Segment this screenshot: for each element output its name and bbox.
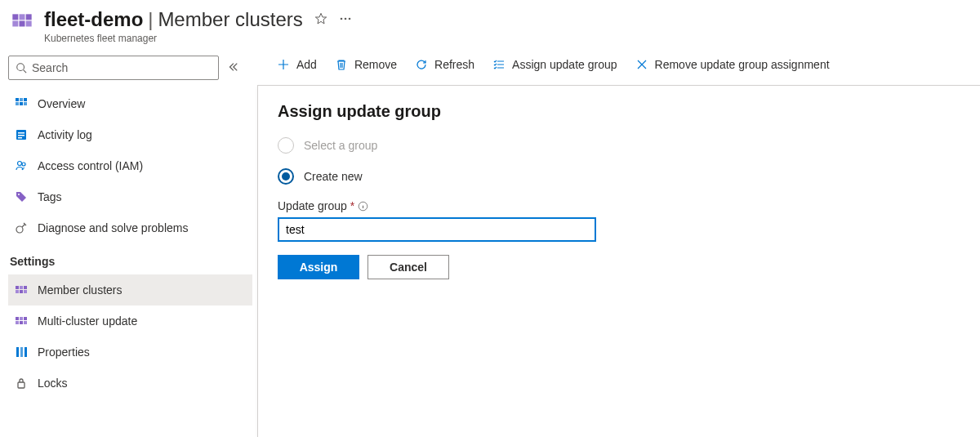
svg-rect-12 (24, 98, 27, 101)
svg-rect-39 (18, 382, 24, 388)
sidebar-item-label: Multi-cluster update (38, 314, 137, 328)
svg-rect-18 (18, 135, 24, 136)
required-asterisk: * (350, 199, 354, 212)
svg-rect-1 (20, 14, 25, 20)
title-separator: | (148, 8, 153, 30)
svg-rect-5 (26, 21, 32, 27)
svg-point-21 (22, 163, 25, 166)
radio-label: Select a group (304, 139, 377, 152)
search-input[interactable] (32, 61, 212, 74)
cancel-button[interactable]: Cancel (368, 255, 449, 279)
svg-rect-34 (20, 321, 23, 324)
info-icon[interactable] (358, 201, 368, 212)
sidebar-item-label: Tags (38, 190, 62, 203)
svg-rect-13 (16, 102, 19, 105)
svg-point-6 (340, 17, 342, 20)
svg-rect-2 (26, 14, 32, 20)
command-bar: Add Remove Refresh Assign update group R… (257, 49, 980, 85)
svg-rect-36 (16, 347, 19, 357)
toolbar-label: Add (296, 58, 317, 71)
sidebar-item-iam[interactable]: Access control (IAM) (8, 150, 252, 181)
assign-update-group-button[interactable]: Assign update group (491, 55, 618, 74)
sidebar-item-member-clusters[interactable]: Member clusters (8, 274, 252, 305)
svg-point-23 (16, 226, 23, 233)
toolbar-label: Refresh (434, 58, 474, 71)
trash-icon (335, 58, 348, 71)
svg-point-20 (18, 162, 22, 166)
svg-rect-37 (20, 347, 23, 357)
svg-point-8 (348, 17, 350, 20)
locks-icon (15, 377, 28, 390)
service-subtitle: Kubernetes fleet manager (44, 33, 352, 44)
svg-rect-27 (16, 290, 19, 293)
sidebar-item-diagnose[interactable]: Diagnose and solve problems (8, 212, 252, 243)
list-check-icon (492, 58, 506, 71)
svg-point-22 (18, 194, 20, 195)
overview-icon (15, 97, 28, 110)
svg-rect-29 (24, 290, 27, 293)
svg-rect-24 (16, 286, 19, 289)
panel-title: Assign update group (278, 102, 960, 121)
member-clusters-icon (15, 283, 28, 297)
properties-icon (15, 346, 28, 359)
sidebar: Overview Activity log Access control (IA… (0, 49, 257, 437)
radio-select-group[interactable]: Select a group (278, 137, 960, 154)
iam-icon (15, 159, 28, 172)
sidebar-item-activity-log[interactable]: Activity log (8, 119, 252, 150)
fleet-resource-icon (10, 11, 34, 36)
tags-icon (15, 190, 28, 203)
svg-rect-35 (24, 321, 27, 324)
favorite-star-icon[interactable] (314, 12, 327, 28)
svg-point-9 (17, 64, 24, 71)
sidebar-item-label: Properties (38, 346, 90, 359)
svg-rect-33 (16, 321, 19, 324)
svg-rect-15 (24, 102, 27, 105)
sidebar-item-overview[interactable]: Overview (8, 88, 252, 119)
svg-rect-17 (18, 132, 24, 134)
svg-rect-0 (12, 14, 18, 20)
sidebar-search[interactable] (8, 56, 219, 80)
update-group-input[interactable] (278, 217, 596, 242)
toolbar-label: Remove (354, 58, 397, 71)
svg-rect-10 (16, 98, 19, 101)
radio-create-new[interactable]: Create new (278, 168, 960, 185)
svg-rect-4 (20, 21, 25, 27)
sidebar-item-label: Overview (38, 97, 85, 110)
radio-label: Create new (304, 170, 363, 183)
svg-rect-30 (16, 317, 19, 320)
remove-update-group-assignment-button[interactable]: Remove update group assignment (634, 55, 831, 74)
assign-button[interactable]: Assign (278, 255, 359, 279)
sidebar-item-multi-cluster-update[interactable]: Multi-cluster update (8, 305, 252, 337)
add-button[interactable]: Add (275, 55, 318, 74)
refresh-button[interactable]: Refresh (413, 55, 476, 74)
blade-name: Member clusters (158, 8, 302, 30)
sidebar-section-settings: Settings (8, 243, 252, 274)
sidebar-item-properties[interactable]: Properties (8, 337, 252, 368)
plus-icon (277, 58, 290, 71)
collapse-sidebar-icon[interactable] (227, 61, 238, 75)
more-actions-icon[interactable] (339, 12, 352, 28)
sidebar-item-locks[interactable]: Locks (8, 368, 252, 399)
sidebar-item-tags[interactable]: Tags (8, 181, 252, 212)
sidebar-item-label: Access control (IAM) (38, 159, 143, 172)
resource-name: fleet-demo (44, 8, 143, 30)
remove-button[interactable]: Remove (333, 55, 399, 74)
svg-rect-32 (24, 317, 27, 320)
sidebar-item-label: Diagnose and solve problems (38, 221, 188, 234)
radio-icon (278, 137, 294, 154)
search-icon (16, 62, 27, 74)
sidebar-item-label: Activity log (38, 128, 92, 141)
x-icon (635, 58, 648, 71)
svg-rect-11 (20, 98, 23, 101)
diagnose-icon (15, 221, 28, 234)
update-group-label: Update group * (278, 199, 960, 212)
refresh-icon (415, 58, 428, 71)
multi-cluster-update-icon (15, 314, 28, 328)
svg-rect-38 (24, 347, 27, 357)
toolbar-label: Remove update group assignment (655, 58, 830, 71)
assign-update-group-panel: Assign update group Select a group Creat… (257, 85, 980, 437)
page-title: fleet-demo | Member clusters (44, 8, 303, 31)
sidebar-item-label: Locks (38, 377, 68, 390)
svg-rect-28 (20, 290, 23, 293)
svg-rect-14 (20, 102, 23, 105)
